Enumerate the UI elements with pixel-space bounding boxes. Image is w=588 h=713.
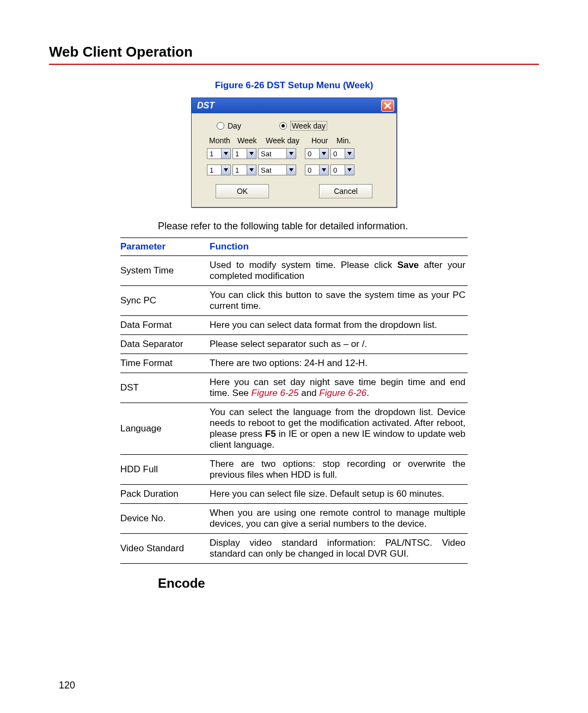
chevron-down-icon (345, 165, 354, 175)
end-row: 1 1 Sat 0 0 (207, 164, 383, 175)
end-min-select[interactable]: 0 (330, 164, 354, 175)
table-row: Data Format Here you can select data for… (120, 316, 468, 335)
header-week: Week (237, 136, 262, 145)
end-month-select[interactable]: 1 (207, 164, 231, 175)
start-hour-select[interactable]: 0 (305, 148, 329, 159)
cancel-button[interactable]: Cancel (319, 184, 372, 198)
table-row: DST Here you can set day night save time… (120, 373, 468, 403)
parameter-table: Parameter Function System Time Used to m… (120, 237, 468, 564)
chevron-down-icon (247, 149, 256, 159)
start-row: 1 1 Sat 0 0 (207, 148, 383, 159)
chevron-down-icon (286, 149, 296, 159)
param-cell: DST (120, 373, 210, 403)
param-cell: Time Format (120, 354, 210, 373)
radio-weekday-label: Week day (290, 121, 327, 131)
func-cell: There are two options: stop recording or… (210, 455, 468, 485)
param-cell: HDD Full (120, 455, 210, 485)
table-row: Pack Duration Here you can select file s… (120, 485, 468, 504)
chevron-down-icon (319, 165, 328, 175)
param-cell: Data Separator (120, 335, 210, 354)
param-cell: System Time (120, 256, 210, 286)
param-cell: Pack Duration (120, 485, 210, 504)
page-title: Web Client Operation (49, 44, 539, 60)
func-cell: You can select the language from the dro… (210, 403, 468, 455)
header-min: Min. (336, 136, 355, 145)
ok-button[interactable]: OK (216, 184, 269, 198)
figure-ref: Figure 6-26 (319, 388, 366, 398)
func-cell: Please select separator such as – or /. (210, 335, 468, 354)
table-row: Data Separator Please select separator s… (120, 335, 468, 354)
table-row: System Time Used to modify system time. … (120, 256, 468, 286)
table-row: Device No. When you are using one remote… (120, 504, 468, 534)
radio-weekday[interactable]: Week day (279, 121, 327, 131)
intro-text: Please refer to the following table for … (158, 221, 408, 232)
th-function: Function (210, 238, 468, 256)
func-cell: Display video standard information: PAL/… (210, 534, 468, 564)
table-row: Video Standard Display video standard in… (120, 534, 468, 564)
chevron-down-icon (221, 149, 230, 159)
func-cell: Here you can select file size. Default s… (210, 485, 468, 504)
dialog-titlebar: DST (192, 98, 396, 113)
param-cell: Sync PC (120, 286, 210, 316)
header-hour: Hour (311, 136, 333, 145)
column-headers: Month Week Week day Hour Min. (209, 136, 383, 145)
end-weekday-select[interactable]: Sat (258, 164, 296, 175)
param-cell: Device No. (120, 504, 210, 534)
radio-icon (279, 122, 287, 130)
radio-icon (217, 122, 224, 130)
close-icon (384, 102, 391, 109)
figure-ref: Figure 6-25 (252, 388, 299, 398)
end-week-select[interactable]: 1 (232, 164, 256, 175)
param-cell: Language (120, 403, 210, 455)
param-cell: Data Format (120, 316, 210, 335)
header-weekday: Week day (266, 136, 308, 145)
table-row: Sync PC You can click this button to sav… (120, 286, 468, 316)
chevron-down-icon (221, 165, 230, 175)
func-cell: There are two options: 24-H and 12-H. (210, 354, 468, 373)
page-number: 120 (59, 680, 75, 691)
header-month: Month (209, 136, 234, 145)
param-cell: Video Standard (120, 534, 210, 564)
chevron-down-icon (319, 149, 328, 159)
radio-day-label: Day (228, 121, 241, 130)
start-min-select[interactable]: 0 (330, 148, 354, 159)
dialog-title-text: DST (197, 101, 215, 111)
chevron-down-icon (345, 149, 354, 159)
start-week-select[interactable]: 1 (232, 148, 256, 159)
start-month-select[interactable]: 1 (207, 148, 231, 159)
start-weekday-select[interactable]: Sat (258, 148, 296, 159)
th-parameter: Parameter (120, 238, 210, 256)
func-cell: When you are using one remote control to… (210, 504, 468, 534)
func-cell: Used to modify system time. Please click… (210, 256, 468, 286)
section-heading-encode: Encode (158, 576, 539, 591)
figure-caption: Figure 6-26 DST Setup Menu (Week) (215, 80, 373, 91)
end-hour-select[interactable]: 0 (305, 164, 329, 175)
title-rule (49, 64, 539, 65)
chevron-down-icon (247, 165, 256, 175)
close-button[interactable] (381, 100, 394, 112)
dst-dialog: DST Day Week day Month (191, 97, 397, 208)
func-cell: You can click this button to save the sy… (210, 286, 468, 316)
chevron-down-icon (286, 165, 296, 175)
radio-day[interactable]: Day (217, 121, 241, 130)
table-row: HDD Full There are two options: stop rec… (120, 455, 468, 485)
func-cell: Here you can select data format from the… (210, 316, 468, 335)
table-row: Language You can select the language fro… (120, 403, 468, 455)
func-cell: Here you can set day night save time beg… (210, 373, 468, 403)
table-row: Time Format There are two options: 24-H … (120, 354, 468, 373)
